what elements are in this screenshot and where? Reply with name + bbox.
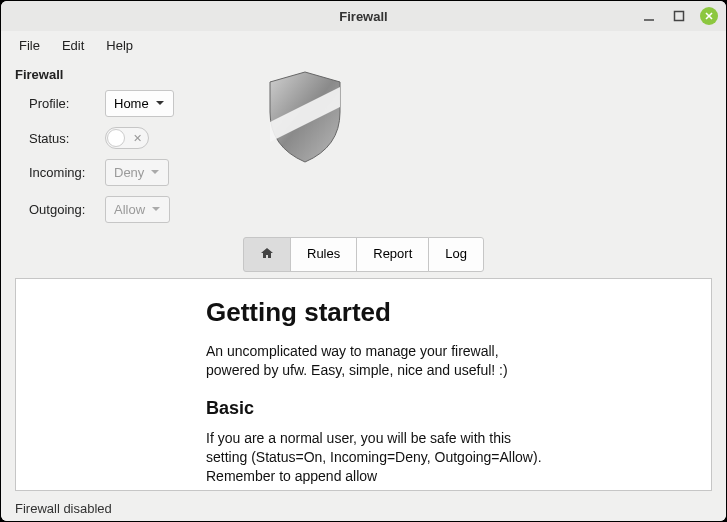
tabs: Rules Report Log (1, 237, 726, 272)
switch-knob (107, 129, 125, 147)
menu-edit[interactable]: Edit (52, 34, 94, 57)
outgoing-combo: Allow (105, 196, 170, 223)
status-label: Status: (29, 131, 105, 146)
menu-file[interactable]: File (9, 34, 50, 57)
svg-rect-1 (675, 12, 684, 21)
outgoing-value: Allow (114, 202, 145, 217)
tab-home[interactable] (243, 237, 291, 272)
profile-label: Profile: (29, 96, 105, 111)
tab-report[interactable]: Report (356, 237, 429, 272)
shield-area (215, 67, 712, 233)
switch-off-icon: ✕ (133, 132, 142, 145)
maximize-button[interactable] (670, 7, 688, 25)
chevron-down-icon (155, 96, 165, 111)
status-switch[interactable]: ✕ (105, 127, 149, 149)
incoming-value: Deny (114, 165, 144, 180)
section-title: Firewall (15, 67, 215, 82)
home-icon (260, 246, 274, 263)
menu-help[interactable]: Help (96, 34, 143, 57)
close-button[interactable] (700, 7, 718, 25)
profile-value: Home (114, 96, 149, 111)
incoming-combo: Deny (105, 159, 169, 186)
chevron-down-icon (150, 165, 160, 180)
status-text: Firewall disabled (15, 501, 112, 516)
menubar: File Edit Help (1, 31, 726, 59)
doc-subheading: Basic (206, 398, 693, 419)
incoming-label: Incoming: (29, 165, 105, 180)
tab-rules[interactable]: Rules (290, 237, 357, 272)
statusbar: Firewall disabled (1, 495, 726, 521)
content-panel: Getting started An uncomplicated way to … (15, 278, 712, 491)
outgoing-label: Outgoing: (29, 202, 105, 217)
shield-icon (255, 67, 355, 233)
chevron-down-icon (151, 202, 161, 217)
titlebar: Firewall (1, 1, 726, 31)
profile-combo[interactable]: Home (105, 90, 174, 117)
doc-paragraph-1: An uncomplicated way to manage your fire… (206, 342, 546, 380)
doc-paragraph-2: If you are a normal user, you will be sa… (206, 429, 546, 486)
doc-heading: Getting started (206, 297, 693, 328)
tab-log[interactable]: Log (428, 237, 484, 272)
window-title: Firewall (339, 9, 387, 24)
minimize-button[interactable] (640, 7, 658, 25)
